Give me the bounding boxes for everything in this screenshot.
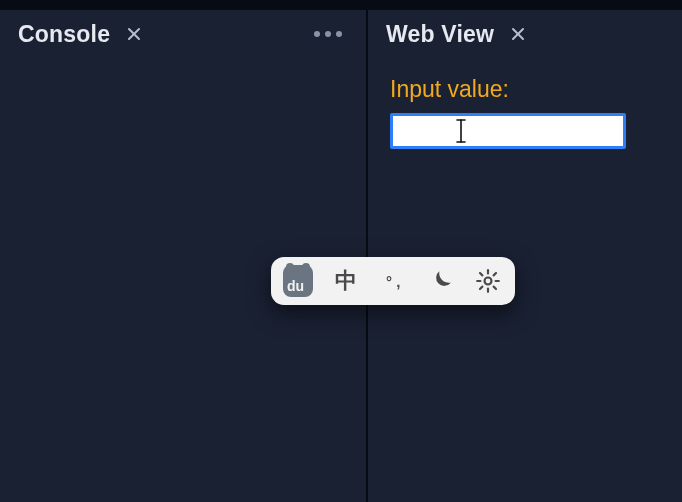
ime-du-label: du	[287, 278, 304, 294]
value-input[interactable]	[390, 113, 626, 149]
webview-panel: Web View Input value:	[368, 8, 682, 502]
console-panel: Console	[0, 8, 368, 502]
svg-point-5	[485, 278, 492, 285]
ime-du-badge-icon[interactable]: du	[283, 266, 313, 296]
ime-dark-mode-icon[interactable]	[426, 266, 456, 296]
more-options-icon[interactable]	[314, 31, 348, 37]
input-label: Input value:	[390, 76, 660, 103]
input-wrap	[390, 113, 626, 149]
console-tab-title[interactable]: Console	[18, 21, 110, 48]
ime-language-zh-icon[interactable]: 中	[331, 266, 361, 296]
panel-split: Console Web View	[0, 0, 682, 502]
webview-tab-title[interactable]: Web View	[386, 21, 494, 48]
console-tab-bar: Console	[0, 10, 366, 58]
webview-close-icon[interactable]	[508, 24, 528, 44]
app-root: Console Web View	[0, 0, 682, 502]
svg-line-10	[480, 273, 482, 275]
ime-toolbar[interactable]: du 中 ° ,	[271, 257, 515, 305]
svg-line-12	[480, 287, 482, 289]
svg-line-11	[494, 287, 496, 289]
console-close-icon[interactable]	[124, 24, 144, 44]
ime-punctuation-icon[interactable]: ° ,	[379, 266, 409, 296]
svg-line-13	[494, 273, 496, 275]
ime-settings-gear-icon[interactable]	[474, 266, 504, 296]
webview-tab-bar: Web View	[368, 10, 682, 58]
